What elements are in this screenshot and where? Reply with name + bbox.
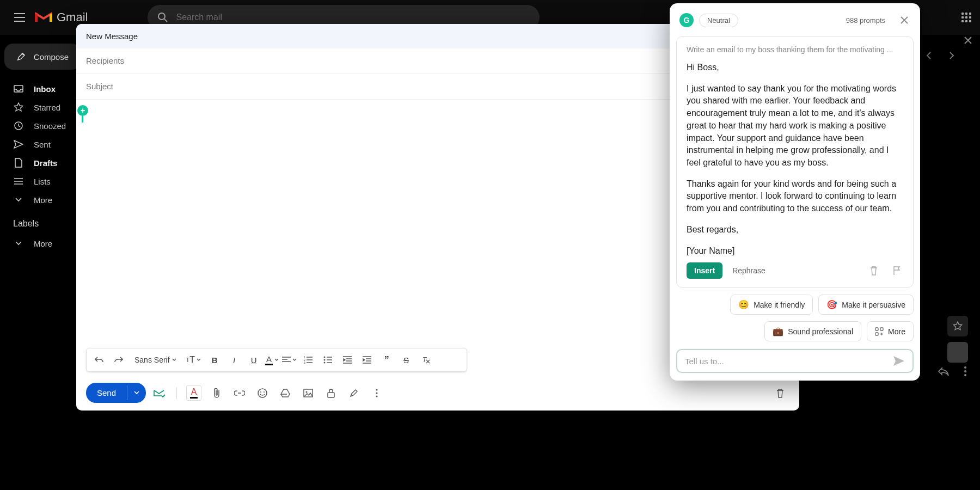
delete-draft-button[interactable] (867, 264, 880, 278)
text-color-button[interactable]: A (265, 352, 279, 368)
more-vert-button[interactable] (964, 366, 967, 377)
bulleted-list-button[interactable] (320, 352, 336, 368)
grammarly-input[interactable] (685, 357, 893, 366)
caret-down-icon (197, 358, 201, 362)
italic-button[interactable]: I (226, 352, 242, 368)
chip-more[interactable]: More (867, 321, 914, 341)
compose-button[interactable]: Compose (4, 44, 81, 70)
image-button[interactable] (299, 384, 317, 402)
remove-formatting-button[interactable]: T (418, 352, 434, 368)
prompts-count: 988 prompts (846, 16, 885, 24)
drive-button[interactable] (276, 384, 295, 402)
underline-button[interactable]: U (246, 352, 262, 368)
grammarly-logo-icon: G (679, 13, 694, 27)
chip-label: Make it persuasive (842, 301, 905, 309)
pager (922, 49, 958, 62)
close-icon (901, 16, 908, 24)
svg-point-13 (258, 389, 267, 397)
spellcheck-button[interactable] (150, 384, 169, 402)
pager-next[interactable] (945, 49, 958, 62)
indent-more-button[interactable] (359, 352, 375, 368)
grammarly-input-wrap[interactable] (676, 349, 914, 373)
svg-point-11 (324, 362, 326, 364)
inbox-icon (13, 83, 24, 94)
pen-icon (350, 389, 358, 397)
pencil-icon (16, 51, 26, 62)
search-input[interactable] (176, 13, 530, 22)
drive-icon (280, 389, 290, 397)
grammarly-close-button[interactable] (898, 14, 910, 26)
chip-make-friendly[interactable]: 😊 Make it friendly (730, 295, 813, 315)
grammarly-header: G Neutral 988 prompts (670, 11, 920, 34)
svg-point-3 (964, 366, 966, 369)
svg-point-15 (264, 391, 265, 393)
svg-point-20 (376, 392, 377, 394)
svg-point-19 (376, 389, 377, 390)
indent-less-button[interactable] (339, 352, 356, 368)
paperclip-icon (212, 388, 221, 399)
grammarly-panel: G Neutral 988 prompts Write an email to … (670, 3, 920, 381)
align-button[interactable] (282, 352, 297, 368)
strikethrough-button[interactable]: S (398, 352, 414, 368)
rephrase-button[interactable]: Rephrase (732, 266, 765, 275)
sidebar-item-label: Drafts (34, 158, 57, 168)
undo-button[interactable] (91, 352, 107, 368)
svg-point-14 (260, 391, 261, 393)
send-icon (893, 356, 905, 366)
reply-icon (938, 366, 950, 376)
insert-button[interactable]: Insert (687, 262, 722, 279)
more-vert-icon (376, 389, 378, 397)
chip-sound-professional[interactable]: 💼 Sound professional (764, 321, 861, 341)
discard-button[interactable] (771, 384, 789, 402)
image-icon (303, 389, 313, 397)
text-format-button[interactable]: A (185, 384, 203, 402)
svg-point-5 (964, 374, 966, 376)
font-size-button[interactable]: TT (184, 352, 204, 368)
align-left-icon (282, 357, 291, 363)
bold-button[interactable]: B (206, 352, 223, 368)
send-more-button[interactable] (127, 385, 146, 400)
email-para1: I just wanted to say thank you for the m… (687, 83, 903, 169)
chip-label: Sound professional (788, 327, 853, 336)
pager-prev[interactable] (922, 49, 935, 62)
grammarly-send-button[interactable] (893, 356, 905, 366)
sidebar-item-label: More (34, 239, 52, 248)
grid-icon (875, 327, 884, 336)
more-options-button[interactable] (367, 384, 386, 402)
pane-close[interactable] (960, 33, 976, 48)
smile-emoji-icon: 😊 (738, 299, 749, 310)
emoji-button[interactable] (253, 384, 272, 402)
sidebar-item-label: Inbox (34, 84, 56, 94)
sidebar-item-label: Sent (34, 140, 51, 149)
send-icon (13, 139, 24, 150)
redo-button[interactable] (111, 352, 127, 368)
side-box-button[interactable] (947, 342, 968, 363)
send-button[interactable]: Send (86, 383, 146, 403)
font-family-select[interactable]: Sans Serif (130, 356, 181, 364)
grammarly-actions: Insert Rephrase (687, 262, 903, 279)
quote-button[interactable]: ” (378, 352, 395, 368)
signature-button[interactable] (345, 384, 363, 402)
trash-icon (869, 266, 878, 275)
flag-button[interactable] (890, 264, 903, 278)
grammarly-inline-button[interactable]: + (77, 105, 88, 116)
chip-make-persuasive[interactable]: 🎯 Make it persuasive (818, 295, 914, 315)
numbered-list-button[interactable]: 123 (300, 352, 316, 368)
apps-button[interactable] (961, 13, 971, 22)
caret-down-icon (274, 358, 279, 362)
link-button[interactable] (230, 384, 249, 402)
formatting-toolbar: Sans Serif TT B I U A 123 ” S T (86, 348, 467, 372)
caret-down-icon (172, 358, 176, 362)
main-menu-button[interactable] (9, 7, 30, 28)
confidential-button[interactable] (322, 384, 340, 402)
header-right (961, 13, 971, 22)
tone-selector[interactable]: Neutral (699, 14, 738, 27)
reply-button[interactable] (938, 366, 950, 376)
svg-point-4 (964, 370, 966, 372)
attach-button[interactable] (207, 384, 226, 402)
gmail-logo[interactable]: Gmail (35, 10, 88, 24)
grammarly-instruction: Write an email to my boss thanking them … (687, 45, 903, 54)
font-name: Sans Serif (134, 356, 170, 364)
side-star-button[interactable] (947, 316, 968, 336)
smile-icon (258, 388, 267, 398)
